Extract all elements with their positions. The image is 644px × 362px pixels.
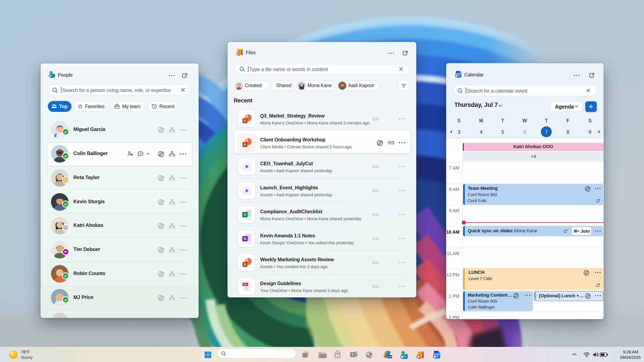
svg-text:T: T xyxy=(352,353,354,357)
svg-text:M365: M365 xyxy=(387,356,392,358)
